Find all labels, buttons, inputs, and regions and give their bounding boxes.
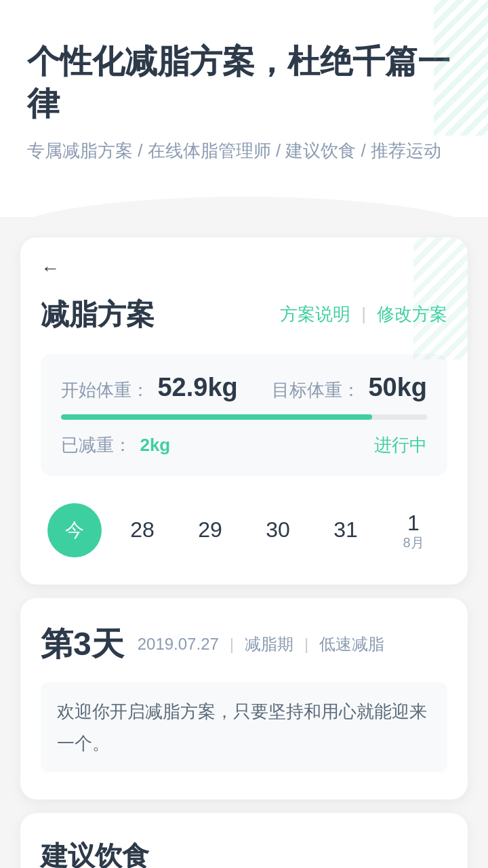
back-button[interactable]: ← xyxy=(41,258,60,279)
day-header: 第3天 2019.07.27 | 减脂期 | 低速减脂 xyxy=(41,623,447,666)
card-actions: 方案说明 | 修改方案 xyxy=(280,302,447,326)
weight-status-row: 已减重： 2kg 进行中 xyxy=(61,433,427,457)
status-tag: 进行中 xyxy=(374,433,427,457)
target-weight: 目标体重： 50kg xyxy=(272,373,427,402)
date-item-29[interactable]: 29 xyxy=(183,503,237,557)
stripe-decoration xyxy=(434,0,488,136)
date-item-28[interactable]: 28 xyxy=(115,503,169,557)
date-label-29: 29 xyxy=(198,517,222,542)
sub-title: 专属减脂方案 / 在线体脂管理师 / 建议饮食 / 推荐运动 xyxy=(27,139,461,163)
date-item-31[interactable]: 31 xyxy=(319,503,373,557)
date-item-1[interactable]: 1 8月 xyxy=(386,503,441,557)
weight-box: 开始体重： 52.9kg 目标体重： 50kg 已减重： 2kg 进行中 xyxy=(41,354,447,476)
date-row: 今 28 29 30 31 1 8月 xyxy=(41,490,447,564)
action-divider: | xyxy=(361,304,366,325)
card-title: 减脂方案 xyxy=(41,296,155,334)
progress-bar-background xyxy=(61,414,427,420)
main-title: 个性化减脂方案，杜绝千篇一律 xyxy=(27,41,461,125)
meta-tag-2: 低速减脂 xyxy=(319,633,384,655)
start-weight: 开始体重： 52.9kg xyxy=(61,373,238,402)
lost-weight: 已减重： 2kg xyxy=(61,433,170,457)
explain-link[interactable]: 方案说明 xyxy=(280,302,350,326)
day-title: 第3天 xyxy=(41,623,124,666)
meta-tag-1: 减脂期 xyxy=(245,633,293,655)
modify-link[interactable]: 修改方案 xyxy=(377,302,447,326)
day-meta: 2019.07.27 | 减脂期 | 低速减脂 xyxy=(138,633,385,655)
progress-bar-fill xyxy=(61,414,372,420)
date-label-31: 31 xyxy=(333,517,358,542)
plan-card: ← 减脂方案 方案说明 | 修改方案 开始体重： 52.9kg 目标体重： 50… xyxy=(20,237,468,585)
weight-row: 开始体重： 52.9kg 目标体重： 50kg xyxy=(61,373,427,402)
target-label: 目标体重： xyxy=(272,380,360,400)
lost-value: 2kg xyxy=(140,435,170,455)
date-label-30: 30 xyxy=(266,517,290,542)
welcome-text: 欢迎你开启减脂方案，只要坚持和用心就能迎来一个。 xyxy=(41,682,447,773)
target-value: 50kg xyxy=(368,373,427,401)
day-date: 2019.07.27 xyxy=(138,635,219,654)
header-section: 个性化减脂方案，杜绝千篇一律 专属减脂方案 / 在线体脂管理师 / 建议饮食 /… xyxy=(0,0,488,217)
lost-label: 已减重： xyxy=(61,435,131,455)
today-label: 今 xyxy=(65,517,84,543)
day-section: 第3天 2019.07.27 | 减脂期 | 低速减脂 欢迎你开启减脂方案，只要… xyxy=(20,598,468,800)
card-header: 减脂方案 方案说明 | 修改方案 xyxy=(41,296,447,334)
today-date-item[interactable]: 今 xyxy=(47,503,102,557)
meta-sep-1: | xyxy=(230,635,234,654)
month-label: 8月 xyxy=(403,536,424,549)
start-value: 52.9kg xyxy=(157,373,237,401)
diet-title: 建议饮食 xyxy=(41,837,447,868)
start-label: 开始体重： xyxy=(61,380,149,400)
date-label-28: 28 xyxy=(130,517,155,542)
diet-section: 建议饮食 早餐 午餐 加餐 晚餐 加餐 ↻ 粽子 1袋 › xyxy=(20,813,468,868)
date-label-1: 1 xyxy=(407,511,420,536)
date-item-30[interactable]: 30 xyxy=(251,503,305,557)
meta-sep-2: | xyxy=(304,635,308,654)
